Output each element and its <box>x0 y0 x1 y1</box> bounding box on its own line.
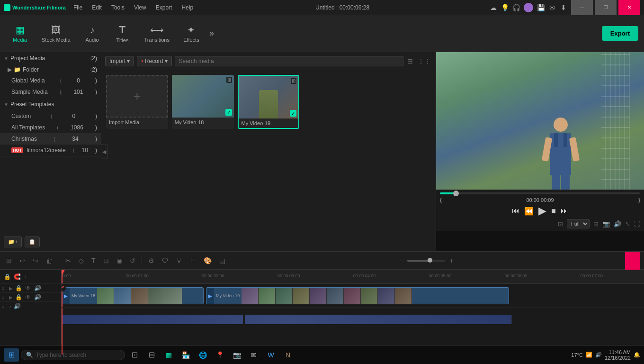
v2-volume-icon[interactable]: 🔊 <box>33 284 42 292</box>
toolbar-media-button[interactable]: ▦ Media <box>6 21 34 46</box>
clip-video18[interactable]: ▶ My Video-18 <box>62 287 204 304</box>
sample-media-item[interactable]: Sample Media (101) <box>0 86 101 98</box>
zoom-out-button[interactable]: − <box>397 255 405 266</box>
text-button[interactable]: T <box>89 255 98 266</box>
taskbar-instagram-icon[interactable]: 📷 <box>229 347 244 363</box>
cut-button[interactable]: ✂ <box>63 255 73 266</box>
video18-item[interactable]: ⊞ ✓ My Video-18 <box>172 75 234 129</box>
toolbar-audio-button[interactable]: ♪ Audio <box>78 22 107 46</box>
add-track-button[interactable]: + <box>24 274 27 280</box>
taskbar-widgets-icon[interactable]: ⊟ <box>144 347 159 363</box>
video19-item[interactable]: ⊞ ✓ My Video-19 <box>238 75 300 129</box>
menu-view[interactable]: View <box>132 3 148 12</box>
preset-templates-header[interactable]: ▼ Preset Templates <box>0 98 101 110</box>
settings-wheel-icon[interactable]: ⚙ <box>146 255 157 266</box>
volume-taskbar-icon[interactable]: 🔊 <box>595 352 602 358</box>
magnet-icon[interactable]: 🧲 <box>14 273 21 280</box>
all-templates-item[interactable]: All Templates (1086) <box>0 122 101 133</box>
step-back-button[interactable]: ⏪ <box>524 207 534 216</box>
start-button[interactable]: ⊞ <box>4 348 19 362</box>
shield-icon[interactable]: 🛡 <box>160 255 171 266</box>
menu-tools[interactable]: Tools <box>109 3 126 12</box>
christmas-item[interactable]: Christmas (34) <box>0 133 101 145</box>
taskbar-onenote-icon[interactable]: N <box>280 347 295 363</box>
toolbar-transitions-button[interactable]: ⟷ Transitions <box>139 21 175 46</box>
reverse-button[interactable]: ↺ <box>127 255 138 266</box>
split-icon[interactable]: ⊢ <box>188 255 198 266</box>
mic-icon[interactable]: 🎙 <box>174 255 185 266</box>
taskbar-multitask-icon[interactable]: ⊡ <box>127 347 142 363</box>
resize-icon[interactable]: ⤡ <box>625 220 630 228</box>
snapshot-icon[interactable]: 📷 <box>602 220 610 228</box>
avatar-icon[interactable] <box>524 3 533 12</box>
taskbar-gmail-icon[interactable]: ✉ <box>246 347 261 363</box>
close-button[interactable]: ✕ <box>618 0 640 15</box>
a1-volume-icon[interactable]: 🔊 <box>13 302 21 310</box>
timeline-ruler[interactable]: 00:00:00 00:00:01:00 00:00:02:00 00:00:0… <box>62 270 644 284</box>
delete-button[interactable]: 🗑 <box>44 255 55 266</box>
menu-edit[interactable]: Edit <box>90 3 104 12</box>
maximize-button[interactable]: ❐ <box>595 0 617 15</box>
video1-track-row[interactable] <box>62 308 644 331</box>
color-icon[interactable]: 🎨 <box>201 255 214 266</box>
folder-row[interactable]: ▶ 📁 Folder (2) <box>0 64 101 75</box>
undo-button[interactable]: ↩ <box>17 255 27 266</box>
volume-icon[interactable]: 🔊 <box>614 220 621 228</box>
taskbar-filmora-icon[interactable]: ▦ <box>161 347 176 363</box>
skip-back-button[interactable]: ⏮ <box>512 207 519 215</box>
global-media-item[interactable]: Global Media (0) <box>0 75 101 86</box>
email-icon[interactable]: ✉ <box>548 4 556 11</box>
export-button[interactable]: Export <box>602 26 638 41</box>
collapse-left-arrow[interactable]: ◀ <box>101 145 107 159</box>
new-folder-button[interactable]: 📁+ <box>4 237 22 247</box>
audio-tool-button[interactable]: ⊟ <box>101 255 111 266</box>
v1-lock-icon[interactable]: 🔒 <box>14 293 23 301</box>
save-icon[interactable]: 💾 <box>537 4 545 11</box>
v1-volume-icon[interactable]: 🔊 <box>33 293 42 301</box>
audio-bar-v1[interactable] <box>62 315 511 324</box>
bulb-icon[interactable]: 💡 <box>501 4 509 11</box>
panel-footer-btn2[interactable]: 📋 <box>25 237 40 247</box>
project-media-header[interactable]: ▼ Project Media (2) <box>0 52 101 64</box>
track-add-icon[interactable]: ⊞ <box>4 255 14 266</box>
v2-eye-icon[interactable]: 👁 <box>24 284 32 292</box>
filter-icon[interactable]: ⊟ <box>406 56 414 66</box>
v1-eye-icon[interactable]: 👁 <box>24 293 32 301</box>
zoom-slider[interactable] <box>407 260 445 262</box>
minimize-button[interactable]: — <box>571 0 593 15</box>
custom-item[interactable]: Custom (0) <box>0 110 101 122</box>
play-button[interactable]: ▶ <box>538 205 546 217</box>
download-icon[interactable]: ⬇ <box>560 4 567 11</box>
toolbar-effects-button[interactable]: ✦ Effects <box>177 21 206 46</box>
taskbar-word-icon[interactable]: W <box>263 347 278 363</box>
ripple-button[interactable]: ◉ <box>114 255 125 266</box>
menu-export[interactable]: Export <box>154 3 174 12</box>
headphone-icon[interactable]: 🎧 <box>512 4 520 11</box>
import-button[interactable]: Import ▾ <box>105 56 134 66</box>
lock-icon[interactable]: 🔒 <box>4 273 11 280</box>
clip-video19[interactable]: ▶ My Video-19 <box>206 287 509 304</box>
cloud-icon[interactable]: ☁ <box>490 4 497 11</box>
zoom-in-button[interactable]: + <box>447 255 456 266</box>
import-media-item[interactable]: + Import Media <box>106 75 168 129</box>
menu-help[interactable]: Help <box>179 3 195 12</box>
caption-icon[interactable]: ▤ <box>217 255 228 266</box>
preview-timeline-bar[interactable] <box>440 192 640 194</box>
taskbar-search[interactable]: 🔍 Type here to search <box>21 350 125 360</box>
taskbar-store-icon[interactable]: 🏪 <box>178 347 193 363</box>
taskbar-edge-icon[interactable]: 🌐 <box>195 347 210 363</box>
menu-file[interactable]: File <box>72 3 84 12</box>
toolbar-stock-media-button[interactable]: 🖼 Stock Media <box>36 22 76 46</box>
video2-track-row[interactable]: ▶ My Video-18 ▶ My Video-19 <box>62 284 644 308</box>
v2-lock-icon[interactable]: 🔒 <box>14 284 23 292</box>
pip-icon[interactable]: ⊟ <box>593 220 599 228</box>
taskbar-maps-icon[interactable]: 📍 <box>212 347 227 363</box>
stop-button[interactable]: ■ <box>551 207 556 215</box>
crop-button[interactable]: ◇ <box>76 255 86 266</box>
fullscreen-icon[interactable]: ⛶ <box>634 220 640 228</box>
search-input[interactable] <box>175 56 403 66</box>
record-button[interactable]: ● Record ▾ <box>137 56 172 66</box>
skip-forward-button[interactable]: ⏭ <box>561 207 568 215</box>
quality-select[interactable]: Full <box>567 219 590 228</box>
redo-button[interactable]: ↪ <box>30 255 41 266</box>
